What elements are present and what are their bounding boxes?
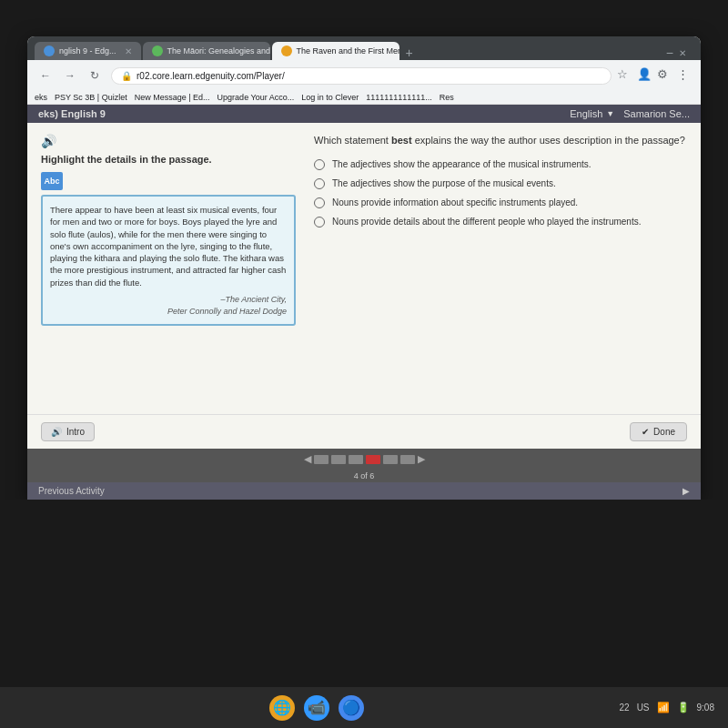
left-panel: 🔊 Highlight the details in the passage. … [41, 134, 296, 326]
close-button[interactable]: ✕ [679, 48, 686, 58]
passage-text: There appear to have been at least six m… [50, 204, 287, 288]
bookmarks-bar: eks PSY Sc 3B | Quizlet New Message | Ed… [27, 91, 701, 105]
highlight-instruction: Highlight the details in the passage. [41, 154, 296, 165]
taskbar: 🌐 📹 🔵 22 US 📶 🔋 9:08 [0, 687, 728, 728]
previous-activity-link[interactable]: Previous Activity [38, 486, 105, 496]
progress-text: 4 of 6 [27, 470, 701, 482]
settings-icon[interactable]: ⚙ [657, 67, 673, 84]
tab-1-label: nglish 9 - Edg... [59, 46, 116, 56]
audio-icon[interactable]: 🔊 [41, 134, 56, 148]
bookmark-ones[interactable]: 1111111111111... [366, 93, 432, 102]
tab-1-icon [44, 46, 55, 56]
lock-icon: 🔒 [121, 71, 132, 81]
star-icon[interactable]: ☆ [617, 67, 633, 84]
bookmark-res[interactable]: Res [440, 93, 454, 102]
tab-2-label: The Māori: Genealogies and Ori... [167, 46, 270, 56]
right-panel: Which statement best explains the way th… [314, 134, 687, 326]
answer-option-a[interactable]: The adjectives show the appearance of th… [314, 158, 687, 170]
chevron-down-icon: ▼ [606, 109, 614, 118]
activity-container: 🔊 Highlight the details in the passage. … [41, 134, 687, 326]
answer-option-b[interactable]: The adjectives show the purpose of the m… [314, 177, 687, 189]
progress-dot-2 [331, 455, 346, 464]
tab-1-close[interactable]: ✕ [125, 46, 132, 56]
intro-button[interactable]: 🔊 Intro [41, 422, 95, 441]
taskbar-right: 22 US 📶 🔋 9:08 [620, 702, 715, 713]
radio-d[interactable] [314, 217, 325, 228]
tab-3[interactable]: The Raven and the First Men: Th... ✕ [272, 42, 399, 60]
app-title: eks) English 9 [38, 108, 106, 119]
radio-a[interactable] [314, 159, 325, 170]
reload-button[interactable]: ↻ [84, 65, 106, 86]
progress-dot-5 [383, 455, 398, 464]
nav-buttons: ← → ↻ [35, 65, 106, 86]
next-arrow-icon[interactable]: ▶ [682, 486, 690, 496]
browser-controls: ← → ↻ 🔒 r02.core.learn.edgenuity.com/Pla… [27, 60, 701, 91]
answer-b-text: The adjectives show the purpose of the m… [332, 177, 556, 189]
bottom-toolbar: 🔊 Intro ✔ Done [27, 414, 701, 449]
progress-dot-1 [314, 455, 329, 464]
bookmark-clever[interactable]: Log in to Clever [301, 93, 359, 102]
clock: 9:08 [697, 703, 714, 713]
source-line1: –The Ancient City, [50, 294, 287, 306]
bookmark-psysc[interactable]: PSY Sc 3B | Quizlet [55, 93, 127, 102]
browser-window: nglish 9 - Edg... ✕ The Māori: Genealogi… [27, 36, 701, 500]
tab-1[interactable]: nglish 9 - Edg... ✕ [35, 42, 141, 60]
tab-2-icon [152, 46, 163, 56]
progress-dot-3 [349, 455, 363, 464]
progress-dot-4 [366, 455, 380, 464]
answer-c-text: Nouns provide information about specific… [332, 197, 578, 208]
address-bar[interactable]: 🔒 r02.core.learn.edgenuity.com/Player/ [111, 67, 612, 85]
answer-option-d[interactable]: Nouns provide details about the differen… [314, 216, 687, 228]
forward-button[interactable]: → [59, 65, 81, 86]
taskbar-app-icon[interactable]: 🔵 [339, 695, 364, 721]
more-icon[interactable]: ⋮ [677, 67, 693, 84]
answer-option-c[interactable]: Nouns provide information about specific… [314, 197, 687, 208]
source-line2: Peter Connolly and Hazel Dodge [50, 306, 287, 318]
battery-icon: 🔋 [677, 702, 690, 713]
passage-box: There appear to have been at least six m… [41, 195, 296, 326]
taskbar-center: 🌐 📹 🔵 [269, 695, 364, 721]
app-header: eks) English 9 English ▼ Samarion Se... [27, 105, 701, 123]
language-selector[interactable]: English ▼ [570, 108, 614, 119]
answer-a-text: The adjectives show the appearance of th… [332, 158, 592, 170]
user-name: Samarion Se... [623, 108, 690, 119]
tab-3-label: The Raven and the First Men: Th... [297, 46, 399, 56]
new-tab-button[interactable]: + [401, 46, 418, 60]
radio-c[interactable] [314, 197, 325, 208]
app-content: eks) English 9 English ▼ Samarion Se... [27, 105, 701, 500]
bookmark-upgrade[interactable]: Upgrade Your Acco... [217, 93, 295, 102]
audio-controls: 🔊 [41, 134, 296, 148]
browser-chrome: nglish 9 - Edg... ✕ The Māori: Genealogi… [27, 36, 701, 60]
profile-icon[interactable]: 👤 [637, 67, 653, 84]
bookmark-eks[interactable]: eks [35, 93, 47, 102]
check-icon: ✔ [642, 427, 649, 437]
abc-icon: Abc [41, 172, 63, 190]
taskbar-chrome-icon[interactable]: 🌐 [269, 695, 295, 721]
progress-prev-arrow[interactable]: ◀ [304, 453, 311, 465]
header-right: English ▼ Samarion Se... [570, 108, 690, 119]
speaker-icon: 🔊 [51, 427, 62, 437]
language-label: English [570, 108, 602, 119]
question-text: Which statement best explains the way th… [314, 134, 687, 147]
done-button[interactable]: ✔ Done [630, 422, 687, 441]
bookmark-newmsg[interactable]: New Message | Ed... [135, 93, 210, 102]
answer-d-text: Nouns provide details about the differen… [332, 216, 641, 228]
number-badge: 22 [620, 703, 630, 713]
progress-dot-6 [400, 455, 415, 464]
minimize-button[interactable]: − [666, 46, 673, 60]
activity-footer: Previous Activity ▶ [27, 482, 701, 500]
progress-bar-container: ◀ ▶ [27, 449, 701, 470]
back-button[interactable]: ← [35, 65, 56, 86]
main-content: 🔊 Highlight the details in the passage. … [27, 123, 701, 414]
address-text: r02.core.learn.edgenuity.com/Player/ [136, 71, 285, 81]
tab-bar: nglish 9 - Edg... ✕ The Māori: Genealogi… [35, 42, 693, 60]
progress-next-arrow[interactable]: ▶ [418, 453, 425, 465]
taskbar-meet-icon[interactable]: 📹 [304, 695, 329, 721]
passage-source: –The Ancient City, Peter Connolly and Ha… [50, 294, 287, 317]
radio-b[interactable] [314, 178, 325, 189]
wifi-icon: 📶 [657, 702, 670, 713]
tab-2[interactable]: The Māori: Genealogies and Ori... ✕ [143, 42, 270, 60]
answer-options: The adjectives show the appearance of th… [314, 158, 687, 228]
us-locale-label: US [637, 703, 650, 713]
browser-actions: ☆ 👤 ⚙ ⋮ [617, 67, 693, 84]
